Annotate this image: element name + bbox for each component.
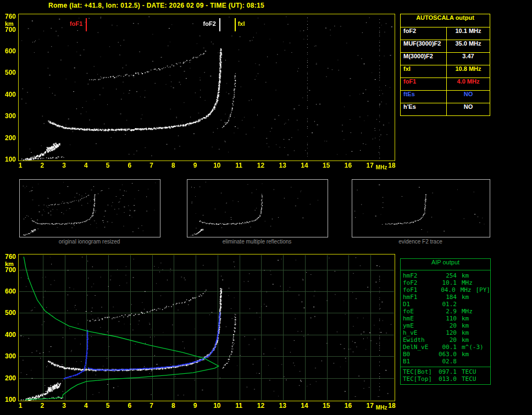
table-row: Ewidth 20 km <box>401 336 490 344</box>
table-row: foF1 4.0 MHz <box>401 78 490 90</box>
x-tick-label: 3 <box>58 162 71 169</box>
y-tick-label: 200 <box>0 374 16 382</box>
param-value: 110 <box>437 315 457 322</box>
x-tick-label: 14 <box>298 162 311 169</box>
param-unit: km <box>457 351 469 358</box>
x-tick-label: 5 <box>101 162 114 169</box>
x-tick-label: 9 <box>189 162 202 169</box>
param-name: hmF2 <box>401 272 437 279</box>
foF1-marker-line <box>86 18 87 31</box>
table-row: foF2 10.1 MHz <box>401 279 490 286</box>
y-tick-label: 760 <box>0 13 16 20</box>
row-value: 10.8 MHz <box>447 65 490 78</box>
row-value: NO <box>447 103 490 115</box>
param-value: 013.0 <box>437 375 457 383</box>
x-tick-label: 10 <box>210 162 224 169</box>
table-row: h'Es NO <box>401 103 490 115</box>
param-unit: TECU <box>457 375 476 383</box>
x-tick-label: 5 <box>101 402 114 410</box>
param-value: 04.0 <box>436 286 456 294</box>
param-name: TEC[Top] <box>401 375 437 383</box>
y-tick-label: 600 <box>0 287 16 295</box>
fxI-marker-label: fxI <box>238 20 245 27</box>
row-label: M(3000)F2 <box>401 53 447 65</box>
y-tick-label: 400 <box>0 331 16 339</box>
param-name: D1 <box>401 301 437 308</box>
param-unit: km <box>457 322 469 329</box>
param-name: foF1 <box>401 286 436 294</box>
thumbnail-canvas <box>187 180 326 236</box>
x-tick-label: 11 <box>232 402 246 410</box>
y-axis-unit: km <box>5 261 14 267</box>
row-label: fxI <box>401 65 447 78</box>
param-value: 063.0 <box>437 351 457 358</box>
param-value: 00.1 <box>437 344 457 351</box>
param-unit: TECU <box>457 368 476 375</box>
table-row: ymE 20 km <box>401 322 490 329</box>
x-tick-label: 6 <box>123 162 136 169</box>
autoscala-table-title: AUTOSCALA output <box>401 14 490 27</box>
thumbnail-canvas <box>352 180 489 236</box>
x-tick-label: 7 <box>145 162 158 169</box>
param-name: foF2 <box>401 279 437 286</box>
param-value: 184 <box>437 294 457 301</box>
aip-rows: hmF2 254 km foF2 10.1 MHz foF1 04.0 MHz … <box>401 270 490 384</box>
y-tick-label: 500 <box>0 69 16 76</box>
table-row: TEC[Bot] 097.1 TECU <box>401 368 490 375</box>
x-tick-label: 4 <box>79 162 92 169</box>
param-unit: m^(-3) <box>457 344 484 351</box>
y-tick-label: 300 <box>0 112 16 120</box>
x-axis-top: 123456789101112131415161718MHz <box>18 162 408 171</box>
row-value: 4.0 MHz <box>447 78 490 90</box>
y-tick-label: 760 <box>0 253 16 261</box>
x-tick-label: 13 <box>276 402 289 410</box>
param-name: Ewidth <box>401 336 437 344</box>
param-unit: MHz <box>456 286 472 294</box>
x-tick-label: 9 <box>189 402 202 410</box>
x-tick-label: 14 <box>298 402 311 410</box>
param-unit: km <box>457 336 469 344</box>
thumbnail-canvas <box>20 180 159 236</box>
table-row: foF2 10.1 MHz <box>401 27 490 40</box>
param-unit: MHz <box>457 308 473 315</box>
row-value: 3.47 <box>447 53 490 65</box>
y-axis-unit: km <box>5 20 14 27</box>
ionogram-panel-bottom <box>18 254 395 401</box>
row-label: MUF(3000)F2 <box>401 40 447 52</box>
row-label: foF1 <box>401 78 447 90</box>
param-name: h_vE <box>401 329 437 336</box>
y-tick-label: 200 <box>0 134 16 142</box>
x-tick-label: 12 <box>254 402 267 410</box>
x-tick-label: 8 <box>167 402 180 410</box>
x-tick-label: 1 <box>14 162 27 169</box>
table-row: hmE 110 km <box>401 315 490 322</box>
param-unit: km <box>457 329 469 336</box>
table-row: foE 2.9 MHz <box>401 308 490 315</box>
x-tick-label: 4 <box>79 402 92 410</box>
param-name: B0 <box>401 351 437 358</box>
param-unit: km <box>457 315 469 322</box>
table-row: h_vE 120 km <box>401 329 490 336</box>
table-row: ftEs NO <box>401 90 490 103</box>
x-tick-label: 2 <box>36 162 49 169</box>
x-tick-label: 11 <box>232 162 246 169</box>
table-row: foF1 04.0 MHz [PY] <box>401 286 490 294</box>
aip-output-table: AIP output hmF2 254 km foF2 10.1 MHz foF… <box>400 258 491 385</box>
param-name: hmE <box>401 315 437 322</box>
param-name: TEC[Bot] <box>401 368 437 375</box>
x-tick-label: 16 <box>341 162 354 169</box>
x-tick-label: 16 <box>341 402 354 410</box>
table-row: fxI 10.8 MHz <box>401 65 490 78</box>
table-row: D1 01.2 <box>401 301 490 308</box>
autoscala-window: Rome (lat: +41.8, lon: 012.5) - DATE: 20… <box>0 0 532 415</box>
x-tick-label: 1 <box>14 402 27 410</box>
y-tick-label: 500 <box>0 309 16 317</box>
param-unit <box>457 358 462 365</box>
x-tick-label: 15 <box>320 402 333 410</box>
tec-section: TEC[Bot] 097.1 TECU TEC[Top] 013.0 TECU <box>401 367 490 384</box>
fxI-marker-line <box>235 18 236 31</box>
row-value: 35.0 MHz <box>447 40 490 52</box>
x-axis-bottom: 123456789101112131415161718MHz <box>18 402 408 412</box>
autoscala-output-table: AUTOSCALA output foF2 10.1 MHz MUF(3000)… <box>400 14 490 116</box>
x-tick-label: 15 <box>320 162 333 169</box>
